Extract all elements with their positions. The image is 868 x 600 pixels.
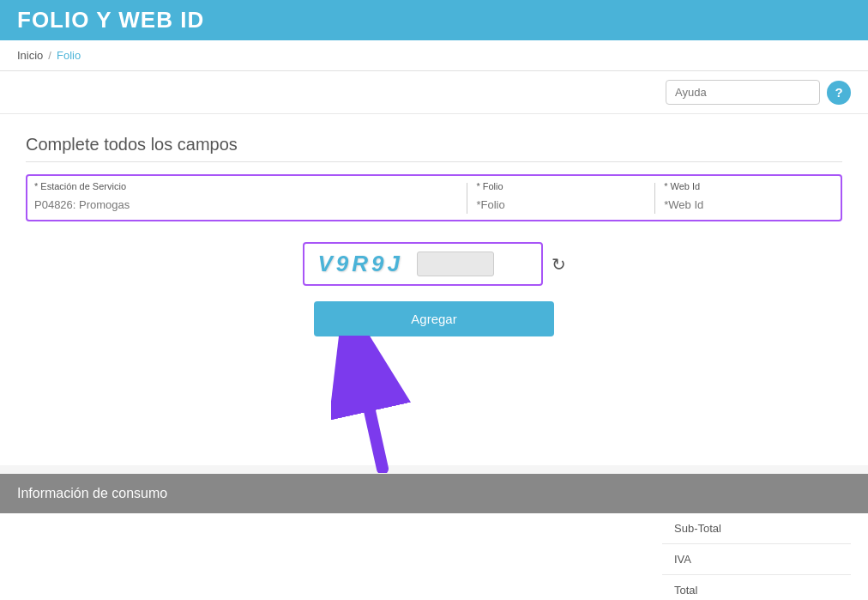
agregar-button[interactable]: Agregar xyxy=(314,301,554,336)
summary-label-iva: IVA xyxy=(662,544,851,575)
info-section: Información de consumo xyxy=(0,474,868,513)
summary-row-total: Total xyxy=(662,575,851,601)
webid-group: * Web Id xyxy=(664,181,834,215)
info-section-title: Información de consumo xyxy=(17,486,167,500)
summary-row-subtotal: Sub-Total xyxy=(662,513,851,544)
breadcrumb: Inicio / Folio xyxy=(0,40,868,71)
breadcrumb-folio[interactable]: Folio xyxy=(57,49,81,62)
folio-label: * Folio xyxy=(476,181,646,191)
estacion-group: * Estación de Servicio xyxy=(34,181,458,215)
webid-label: * Web Id xyxy=(664,181,834,191)
folio-input[interactable] xyxy=(476,195,646,215)
breadcrumb-inicio[interactable]: Inicio xyxy=(17,49,43,62)
summary-row-iva: IVA xyxy=(662,544,851,575)
summary-table: Sub-Total IVA Total xyxy=(662,513,851,600)
ayuda-input[interactable] xyxy=(666,80,820,105)
captcha-input[interactable] xyxy=(417,252,494,276)
breadcrumb-separator: / xyxy=(48,49,51,62)
app-title: FOLIO Y WEB ID xyxy=(17,7,204,33)
summary-area: Sub-Total IVA Total xyxy=(0,513,868,600)
webid-input[interactable] xyxy=(664,195,834,215)
arrow-space xyxy=(26,336,842,439)
app-header: FOLIO Y WEB ID xyxy=(0,0,868,40)
estacion-label: * Estación de Servicio xyxy=(34,181,458,191)
captcha-image-text: V9R9J xyxy=(311,247,411,281)
section-title: Complete todos los campos xyxy=(26,135,842,162)
field-separator-1 xyxy=(467,183,467,214)
field-separator-2 xyxy=(654,183,655,214)
captcha-box: V9R9J xyxy=(303,242,543,286)
ayuda-button[interactable]: ? xyxy=(827,81,851,105)
estacion-input[interactable] xyxy=(34,195,458,215)
summary-label-subtotal: Sub-Total xyxy=(662,513,851,544)
main-content: Complete todos los campos * Estación de … xyxy=(0,114,868,465)
captcha-row: V9R9J ↻ xyxy=(26,242,842,286)
captcha-refresh-button[interactable]: ↻ xyxy=(552,254,566,275)
fields-row: * Estación de Servicio * Folio * Web Id xyxy=(26,174,842,221)
summary-label-total: Total xyxy=(662,575,851,601)
agregar-row: Agregar xyxy=(26,301,842,336)
folio-group: * Folio xyxy=(476,181,646,215)
ayuda-row: ? xyxy=(0,71,868,114)
